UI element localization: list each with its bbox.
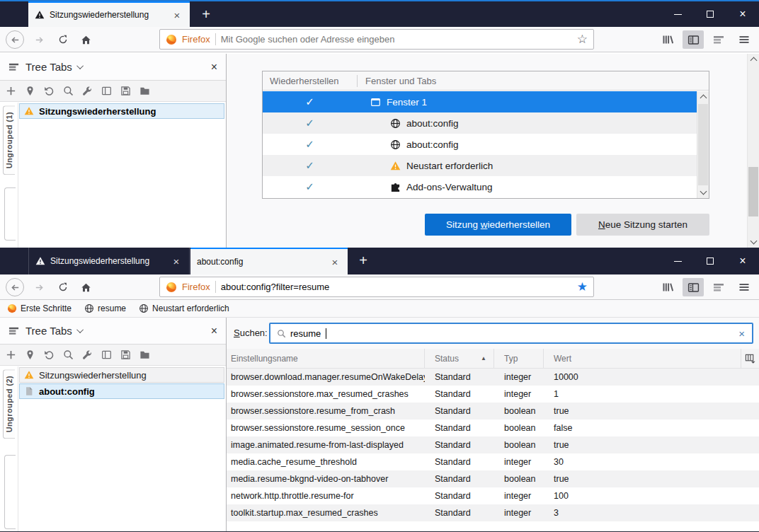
pin-icon[interactable] bbox=[25, 349, 35, 360]
tree-row-addons-verwaltung[interactable]: ✓ Add-ons-Verwaltung bbox=[263, 176, 697, 197]
minimize-button[interactable] bbox=[661, 248, 694, 274]
bookmark-star-icon[interactable]: ☆ bbox=[577, 32, 588, 47]
bookmark-resume[interactable]: resume bbox=[84, 303, 126, 313]
sidebar-tab-about-config[interactable]: about:config bbox=[19, 383, 224, 399]
empty-group-outline[interactable] bbox=[4, 455, 16, 529]
tree-row-about-config[interactable]: ✓ about:config bbox=[263, 112, 697, 134]
tab-close-icon[interactable]: × bbox=[170, 255, 183, 267]
pref-row[interactable]: network.http.throttle.resume-forStandard… bbox=[227, 487, 759, 504]
checkmark-icon[interactable]: ✓ bbox=[263, 96, 357, 108]
tab-session-restore[interactable]: Sitzungswiederherstellung × bbox=[28, 1, 190, 27]
library-button[interactable] bbox=[657, 278, 678, 296]
chevron-down-icon[interactable] bbox=[76, 62, 84, 69]
home-button[interactable] bbox=[76, 30, 95, 49]
url-bar[interactable]: Firefox about:config?filter=resume ★ bbox=[159, 277, 594, 297]
bookmark-star-icon[interactable]: ★ bbox=[577, 279, 588, 294]
sidebars-button[interactable] bbox=[683, 30, 704, 49]
pref-row[interactable]: browser.sessionstore.max_resumed_crashes… bbox=[227, 386, 759, 403]
new-tab-icon[interactable] bbox=[6, 349, 16, 360]
tab-close-icon[interactable]: × bbox=[171, 9, 183, 21]
close-button[interactable]: × bbox=[726, 1, 759, 27]
checkmark-icon[interactable]: ✓ bbox=[263, 159, 357, 172]
pref-row[interactable]: media.cache_resume_thresholdStandardinte… bbox=[227, 453, 759, 470]
pref-row[interactable]: browser.sessionstore.resume_session_once… bbox=[227, 420, 759, 436]
tab-about-config[interactable]: about:config × bbox=[190, 248, 348, 274]
scroll-down-icon[interactable] bbox=[751, 238, 758, 245]
undo-icon[interactable] bbox=[44, 86, 55, 96]
restore-session-button[interactable]: Sitzung wiederherstellen bbox=[425, 214, 571, 236]
new-tab-icon[interactable] bbox=[6, 86, 16, 96]
sidebar-tab-session-restore[interactable]: Sitzungswiederherstellung bbox=[19, 367, 224, 383]
panel-icon[interactable] bbox=[101, 349, 112, 360]
tree-tabs-toolbar-button[interactable] bbox=[708, 278, 729, 296]
pref-row[interactable]: browser.sessionstore.resume_from_crashSt… bbox=[227, 403, 759, 420]
column-wert[interactable]: Wert bbox=[544, 349, 741, 368]
maximize-button[interactable] bbox=[694, 1, 726, 27]
chevron-down-icon[interactable] bbox=[76, 326, 84, 333]
panel-icon[interactable] bbox=[101, 86, 112, 96]
page-scrollbar[interactable] bbox=[747, 54, 759, 248]
folder-icon[interactable] bbox=[139, 86, 150, 96]
clear-search-icon[interactable]: × bbox=[738, 328, 745, 340]
column-typ[interactable]: Typ bbox=[494, 349, 544, 368]
pref-row[interactable]: media.resume-bkgnd-video-on-tabhoverStan… bbox=[227, 470, 759, 487]
pref-row[interactable]: toolkit.startup.max_resumed_crashesStand… bbox=[227, 504, 759, 521]
search-icon[interactable] bbox=[63, 349, 74, 360]
menu-button[interactable] bbox=[734, 30, 755, 49]
library-button[interactable] bbox=[657, 30, 678, 49]
pin-icon[interactable] bbox=[25, 86, 35, 96]
column-picker-button[interactable] bbox=[741, 353, 759, 364]
search-input[interactable]: resume × bbox=[269, 323, 753, 344]
checkmark-icon[interactable]: ✓ bbox=[263, 117, 357, 129]
tab-session-restore[interactable]: Sitzungswiederherstellung × bbox=[28, 248, 190, 274]
tab-group-label[interactable]: Ungrouped (1) bbox=[3, 105, 15, 175]
scroll-up-icon[interactable] bbox=[700, 95, 707, 102]
save-session-icon[interactable] bbox=[120, 86, 131, 96]
search-icon[interactable] bbox=[63, 86, 74, 96]
forward-button[interactable] bbox=[30, 278, 48, 296]
home-button[interactable] bbox=[76, 278, 95, 296]
menu-button[interactable] bbox=[734, 278, 755, 296]
undo-icon[interactable] bbox=[44, 349, 55, 360]
new-session-button[interactable]: Neue Sitzung starten bbox=[576, 214, 709, 236]
minimize-button[interactable] bbox=[661, 1, 694, 27]
reload-button[interactable] bbox=[54, 278, 72, 296]
sidebar-close-icon[interactable]: × bbox=[211, 61, 217, 74]
empty-group-outline[interactable] bbox=[4, 187, 16, 241]
tree-row-about-config-2[interactable]: ✓ about:config bbox=[263, 134, 697, 155]
sidebar-tab-session-restore[interactable]: Sitzungswiederherstellung bbox=[19, 103, 224, 119]
tree-row-fenster-1[interactable]: ✓ Fenster 1 bbox=[263, 91, 697, 112]
tab-close-icon[interactable]: × bbox=[329, 256, 341, 268]
forward-button[interactable] bbox=[30, 30, 48, 49]
new-tab-button[interactable]: + bbox=[353, 250, 374, 270]
sidebars-button[interactable] bbox=[683, 278, 704, 296]
folder-icon[interactable] bbox=[139, 349, 150, 360]
back-button[interactable] bbox=[6, 278, 24, 296]
column-fenster-und-tabs[interactable]: Fenster und Tabs bbox=[358, 76, 436, 86]
column-status[interactable]: Status▲ bbox=[425, 349, 494, 368]
tree-scrollbar[interactable] bbox=[697, 91, 709, 198]
bookmark-neustart-erforderlich[interactable]: Neustart erforderlich bbox=[139, 303, 229, 313]
maximize-button[interactable] bbox=[694, 248, 726, 274]
new-tab-button[interactable]: + bbox=[195, 4, 217, 24]
scrollbar-thumb[interactable] bbox=[698, 104, 708, 185]
close-button[interactable]: × bbox=[726, 248, 759, 274]
tree-tabs-toolbar-button[interactable] bbox=[708, 30, 729, 49]
pref-row[interactable]: image.animated.resume-from-last-displaye… bbox=[227, 436, 759, 453]
column-einstellungsname[interactable]: Einstellungsname bbox=[227, 349, 425, 368]
column-wiederherstellen[interactable]: Wiederherstellen bbox=[263, 76, 357, 86]
scrollbar-thumb[interactable] bbox=[748, 167, 758, 216]
sidebar-close-icon[interactable]: × bbox=[211, 325, 217, 337]
url-bar[interactable]: Firefox Mit Google suchen oder Adresse e… bbox=[159, 29, 594, 50]
settings-wrench-icon[interactable] bbox=[82, 349, 93, 360]
pref-row[interactable]: browser.download.manager.resumeOnWakeDel… bbox=[227, 369, 759, 386]
bookmark-erste-schritte[interactable]: Erste Schritte bbox=[7, 303, 72, 313]
tree-row-neustart-erforderlich[interactable]: ✓ Neustart erforderlich bbox=[263, 155, 697, 176]
tab-group-label[interactable]: Ungrouped (2) bbox=[3, 369, 15, 439]
scroll-down-icon[interactable] bbox=[700, 188, 707, 195]
checkmark-icon[interactable]: ✓ bbox=[263, 180, 357, 193]
scroll-up-icon[interactable] bbox=[751, 57, 758, 64]
save-session-icon[interactable] bbox=[120, 349, 131, 360]
checkmark-icon[interactable]: ✓ bbox=[263, 138, 357, 151]
reload-button[interactable] bbox=[54, 30, 72, 49]
